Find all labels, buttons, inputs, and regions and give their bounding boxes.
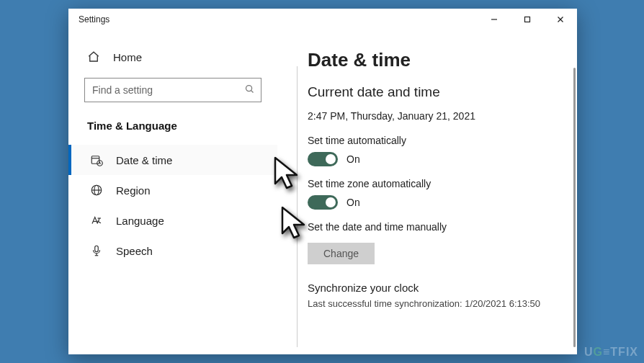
microphone-icon (90, 244, 103, 257)
titlebar: Settings (68, 9, 577, 30)
sync-clock-heading: Synchronize your clock (308, 282, 564, 294)
maximize-button[interactable] (511, 9, 544, 30)
sidebar-category: Time & Language (68, 115, 277, 145)
svg-line-10 (100, 163, 102, 164)
sidebar-home-label: Home (113, 51, 142, 63)
sidebar-item-speech[interactable]: Speech (68, 236, 277, 266)
sidebar-item-label: Date & time (116, 154, 172, 166)
window-controls (478, 9, 577, 30)
set-time-auto-label: Set time automatically (308, 135, 564, 146)
manual-datetime-label: Set the date and time manually (308, 221, 564, 233)
sync-clock-status: Last successful time synchronization: 1/… (308, 298, 564, 309)
window-title: Settings (79, 14, 109, 24)
page-title: Date & time (308, 49, 564, 71)
set-tz-auto-label: Set time zone automatically (308, 178, 564, 189)
set-time-auto-state: On (346, 153, 360, 165)
search-box[interactable] (84, 78, 261, 102)
search-icon (244, 84, 255, 97)
calendar-clock-icon (90, 153, 103, 166)
sidebar-item-region[interactable]: Region (68, 175, 277, 205)
sidebar: Home Time & Language Date & time Reg (68, 30, 277, 354)
current-datetime: 2:47 PM, Thursday, January 21, 2021 (308, 110, 564, 122)
search-input[interactable] (92, 84, 244, 96)
content-pane: Date & time Current date and time 2:47 P… (277, 30, 577, 354)
sidebar-item-date-time[interactable]: Date & time (68, 145, 277, 175)
set-time-auto-toggle[interactable] (308, 152, 338, 166)
svg-rect-15 (95, 246, 99, 251)
content-scrollbar[interactable] (573, 68, 576, 347)
minimize-button[interactable] (478, 9, 511, 30)
sidebar-item-label: Speech (116, 245, 153, 257)
watermark: UG≡TFIX (584, 346, 638, 359)
svg-rect-6 (91, 156, 99, 164)
home-icon (87, 50, 100, 63)
sidebar-home[interactable]: Home (68, 45, 277, 69)
svg-rect-1 (525, 17, 530, 22)
set-tz-auto-state: On (346, 197, 360, 208)
sidebar-item-language[interactable]: Language (68, 205, 277, 236)
change-button[interactable]: Change (308, 243, 375, 264)
close-button[interactable] (544, 9, 577, 30)
sidebar-item-label: Language (116, 215, 164, 227)
svg-line-5 (251, 90, 253, 92)
globe-icon (90, 184, 103, 197)
settings-window: Settings Home (68, 9, 577, 354)
set-tz-auto-toggle[interactable] (308, 195, 338, 210)
sidebar-item-label: Region (116, 184, 151, 197)
language-icon (90, 214, 103, 227)
section-current-heading: Current date and time (308, 84, 564, 100)
